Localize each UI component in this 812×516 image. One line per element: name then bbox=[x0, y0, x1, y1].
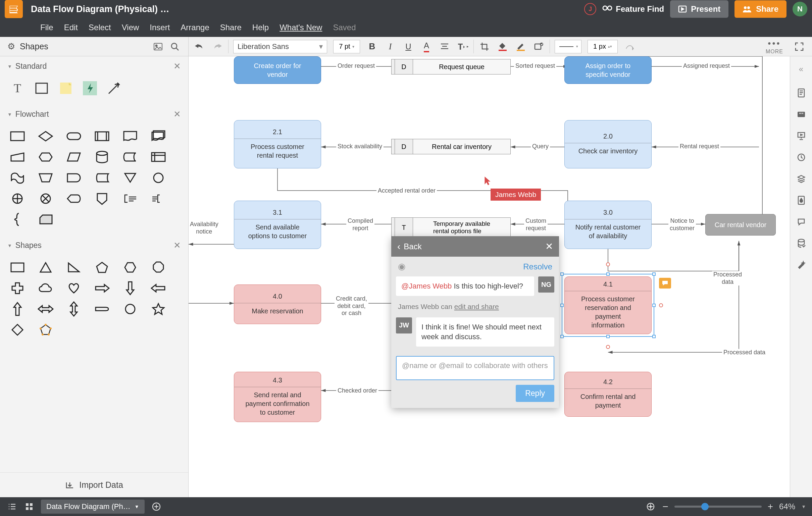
fc-internalstorage[interactable] bbox=[150, 149, 167, 165]
border-color-button[interactable] bbox=[515, 40, 527, 53]
fc-annotation1[interactable] bbox=[122, 191, 138, 207]
zoom-in-button[interactable]: + bbox=[768, 501, 773, 512]
history-icon[interactable] bbox=[796, 152, 806, 162]
edit-share-link[interactable]: edit and share bbox=[454, 303, 499, 310]
menu-view[interactable]: View bbox=[122, 23, 139, 32]
bold-button[interactable]: B bbox=[366, 40, 378, 53]
fill-color-button[interactable] bbox=[497, 40, 509, 53]
section-flowchart[interactable]: ▼Flowchart✕ bbox=[0, 104, 188, 124]
zoom-value[interactable]: 64% bbox=[779, 502, 795, 511]
sh-heart[interactable] bbox=[66, 280, 82, 296]
close-icon[interactable]: ✕ bbox=[173, 109, 181, 119]
line-style-select[interactable]: ▾ bbox=[555, 40, 581, 53]
sh-arrow-up[interactable] bbox=[9, 301, 26, 317]
outline-icon[interactable] bbox=[6, 501, 18, 512]
section-standard[interactable]: ▼Standard✕ bbox=[0, 56, 188, 76]
node-3-1[interactable]: 3.1Send available options to customer bbox=[234, 201, 321, 249]
page-icon[interactable] bbox=[796, 88, 806, 98]
fc-storeddata[interactable] bbox=[94, 170, 110, 186]
underline-button[interactable]: U bbox=[402, 40, 414, 53]
fc-multidoc[interactable] bbox=[150, 128, 167, 144]
data-icon[interactable] bbox=[796, 238, 806, 248]
drop-icon[interactable] bbox=[796, 195, 806, 205]
sh-pentagon[interactable] bbox=[94, 259, 110, 276]
fc-delay[interactable] bbox=[66, 170, 82, 186]
node-vendor[interactable]: Car rental vendor bbox=[705, 214, 776, 235]
sh-hexagon[interactable] bbox=[122, 259, 138, 276]
datastore-rental-inv[interactable]: DRental car inventory bbox=[391, 139, 511, 154]
redo-button[interactable] bbox=[211, 40, 224, 53]
quote-icon[interactable]: "" bbox=[796, 109, 806, 119]
sh-rtriangle[interactable] bbox=[66, 259, 82, 276]
zoom-out-button[interactable]: − bbox=[662, 501, 668, 512]
text-color-button[interactable]: A bbox=[420, 40, 433, 53]
sh-octagon[interactable] bbox=[150, 259, 167, 276]
more-menu[interactable]: ••• MORE bbox=[766, 38, 783, 55]
node-assign-order[interactable]: Assign order to specific vendor bbox=[564, 56, 651, 84]
pin-icon[interactable]: ◉ bbox=[398, 261, 406, 272]
node-3-0[interactable]: 3.0Notify rental customer of availabilit… bbox=[564, 201, 651, 249]
fc-directdata[interactable] bbox=[122, 149, 138, 165]
comment-input[interactable]: @name or @email to collaborate with othe… bbox=[396, 356, 554, 380]
fc-annotation2[interactable] bbox=[150, 191, 167, 207]
image-icon[interactable] bbox=[152, 40, 164, 53]
align-button[interactable] bbox=[439, 40, 451, 53]
shape-options-button[interactable] bbox=[533, 40, 545, 53]
node-4-0[interactable]: 4.0Make reservation bbox=[234, 285, 321, 324]
menu-arrange[interactable]: Arrange bbox=[180, 23, 209, 32]
bolt-shape[interactable] bbox=[82, 80, 98, 96]
menu-help[interactable]: Help bbox=[252, 23, 269, 32]
fc-manualop[interactable] bbox=[37, 170, 54, 186]
sh-callout[interactable] bbox=[94, 301, 110, 317]
app-logo[interactable] bbox=[5, 0, 23, 18]
menu-insert[interactable]: Insert bbox=[150, 23, 170, 32]
comment-close-button[interactable]: ✕ bbox=[545, 241, 553, 252]
resolve-button[interactable]: Resolve bbox=[523, 262, 552, 271]
sh-circle[interactable] bbox=[122, 301, 138, 317]
italic-button[interactable]: I bbox=[384, 40, 396, 53]
collapse-dock-icon[interactable]: « bbox=[790, 62, 812, 77]
fc-decision[interactable] bbox=[37, 128, 54, 144]
sh-arrow-hboth[interactable] bbox=[37, 301, 54, 317]
share-button[interactable]: Share bbox=[734, 0, 786, 18]
close-icon[interactable]: ✕ bbox=[173, 61, 181, 71]
sh-polygon[interactable] bbox=[37, 322, 54, 338]
add-page-button[interactable] bbox=[151, 501, 162, 512]
sh-cloud[interactable] bbox=[37, 280, 54, 296]
canvas[interactable]: Create order for vendor DRequest queue A… bbox=[188, 56, 790, 497]
sh-arrow-right[interactable] bbox=[94, 280, 110, 296]
section-shapes[interactable]: ▼Shapes✕ bbox=[0, 235, 188, 255]
fc-card[interactable] bbox=[37, 211, 54, 227]
sh-arrow-down[interactable] bbox=[122, 280, 138, 296]
menu-share[interactable]: Share bbox=[220, 23, 241, 32]
page-tab[interactable]: Data Flow Diagram (Ph…▼ bbox=[41, 499, 145, 514]
presentation-icon[interactable] bbox=[796, 131, 806, 141]
magic-icon[interactable] bbox=[796, 260, 806, 270]
undo-button[interactable] bbox=[193, 40, 205, 53]
sh-arrow-vboth[interactable] bbox=[66, 301, 82, 317]
present-button[interactable]: Present bbox=[670, 0, 728, 18]
fc-database[interactable] bbox=[94, 149, 110, 165]
font-select[interactable]: Liberation Sans▾ bbox=[233, 40, 327, 53]
layers-icon[interactable] bbox=[796, 174, 806, 184]
sh-rect[interactable] bbox=[9, 259, 26, 276]
comment-back-button[interactable]: ‹Back bbox=[397, 241, 422, 252]
fc-brace[interactable] bbox=[9, 211, 26, 227]
fc-data[interactable] bbox=[66, 149, 82, 165]
node-4-2[interactable]: 4.2Confirm rental and payment bbox=[564, 372, 651, 417]
arrow-shape[interactable] bbox=[106, 80, 122, 96]
line-width-select[interactable]: 1 px▴▾ bbox=[587, 40, 618, 53]
datastore-request-queue[interactable]: DRequest queue bbox=[391, 59, 511, 75]
sh-cross[interactable] bbox=[9, 280, 26, 296]
feature-find-button[interactable]: Feature Find bbox=[602, 4, 664, 14]
fc-terminator[interactable] bbox=[66, 128, 82, 144]
fc-sumjunction[interactable] bbox=[37, 191, 54, 207]
node-2-1[interactable]: 2.1Process customer rental request bbox=[234, 120, 321, 168]
menu-edit[interactable]: Edit bbox=[64, 23, 78, 32]
grid-view-icon[interactable] bbox=[24, 501, 35, 512]
fc-document[interactable] bbox=[122, 128, 138, 144]
fc-connector[interactable] bbox=[150, 170, 167, 186]
rect-shape[interactable] bbox=[34, 80, 50, 96]
node-create-order[interactable]: Create order for vendor bbox=[234, 56, 321, 84]
sh-arrow-left[interactable] bbox=[150, 280, 167, 296]
